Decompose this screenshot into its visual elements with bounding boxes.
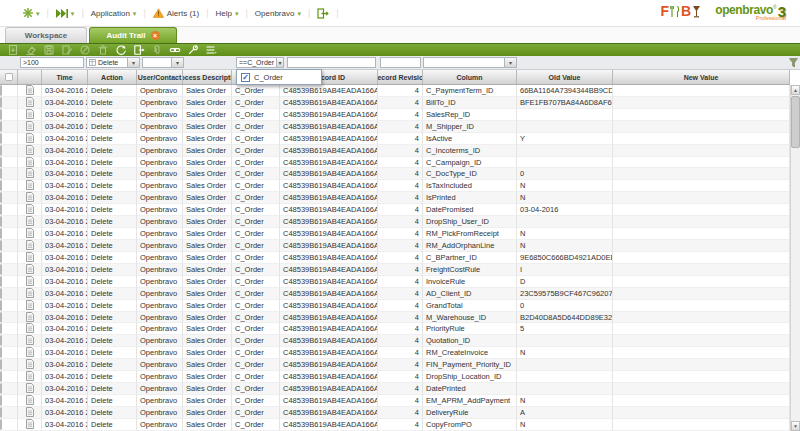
row-checkbox[interactable]: [0, 192, 2, 203]
column-header-action[interactable]: Action: [88, 70, 137, 84]
table-row[interactable]: 03-04-2016 23...DeleteOpenbravoSales Ord…: [0, 407, 790, 419]
row-checkbox[interactable]: [0, 312, 2, 323]
user-filter-select[interactable]: ▾: [142, 57, 184, 68]
table-filter-dropdown[interactable]: ✓ C_Order: [236, 69, 322, 85]
row-checkbox[interactable]: [0, 383, 2, 394]
table-row[interactable]: 03-04-2016 23...DeleteOpenbravoSales Ord…: [0, 192, 790, 204]
row-checkbox[interactable]: [0, 347, 2, 358]
table-row[interactable]: 03-04-2016 23...DeleteOpenbravoSales Ord…: [0, 419, 790, 431]
row-checkbox[interactable]: [0, 264, 2, 275]
column-header-process[interactable]: Process Description: [183, 70, 232, 84]
menu-user-openbravo[interactable]: Openbravo ▾: [248, 9, 308, 18]
menu-help[interactable]: Help ▾: [209, 9, 246, 18]
row-checkbox[interactable]: [0, 109, 2, 120]
row-checkbox[interactable]: [0, 97, 2, 108]
scroll-thumb[interactable]: [791, 96, 800, 148]
scroll-down-button[interactable]: ▼: [791, 421, 800, 431]
row-checkbox[interactable]: [0, 145, 2, 156]
table-row[interactable]: 03-04-2016 23...DeleteOpenbravoSales Ord…: [0, 276, 790, 288]
logout-button[interactable]: [310, 8, 336, 19]
table-row[interactable]: 03-04-2016 23...DeleteOpenbravoSales Ord…: [0, 85, 790, 97]
row-checkbox[interactable]: [0, 252, 2, 263]
link-icon[interactable]: [169, 45, 181, 56]
column-header-column[interactable]: Column: [423, 70, 517, 84]
table-row[interactable]: 03-04-2016 23...DeleteOpenbravoSales Ord…: [0, 133, 790, 145]
table-row[interactable]: 03-04-2016 23...DeleteOpenbravoSales Ord…: [0, 395, 790, 407]
table-row[interactable]: 03-04-2016 23...DeleteOpenbravoSales Ord…: [0, 359, 790, 371]
tab-workspace[interactable]: Workspace: [5, 27, 87, 43]
table-row[interactable]: 03-04-2016 23...DeleteOpenbravoSales Ord…: [0, 383, 790, 395]
row-checkbox[interactable]: [0, 240, 2, 251]
row-checkbox[interactable]: [0, 419, 2, 430]
row-checkbox[interactable]: [0, 407, 2, 418]
table-row[interactable]: 03-04-2016 23...DeleteOpenbravoSales Ord…: [0, 157, 790, 169]
table-row[interactable]: 03-04-2016 23...DeleteOpenbravoSales Ord…: [0, 145, 790, 157]
time-filter-input[interactable]: >100: [20, 57, 84, 68]
row-checkbox[interactable]: [0, 228, 2, 239]
quick-launch-menu[interactable]: ▾: [49, 9, 82, 18]
refresh-icon[interactable]: [115, 45, 127, 56]
menu-alerts[interactable]: Alerts (1): [146, 8, 206, 18]
export-icon[interactable]: [133, 45, 145, 56]
row-checkbox[interactable]: [0, 204, 2, 215]
row-checkbox[interactable]: [0, 288, 2, 299]
row-checkbox[interactable]: [0, 216, 2, 227]
table-row[interactable]: 03-04-2016 23...DeleteOpenbravoSales Ord…: [0, 312, 790, 324]
chevron-down-icon[interactable]: ▾: [276, 58, 283, 67]
row-checkbox[interactable]: [0, 133, 2, 144]
column-header-time[interactable]: Time: [42, 70, 88, 84]
table-row[interactable]: 03-04-2016 23...DeleteOpenbravoSales Ord…: [0, 371, 790, 383]
row-checkbox[interactable]: [0, 359, 2, 370]
column-header-user[interactable]: User/Contact: [137, 70, 183, 84]
row-checkbox[interactable]: [0, 371, 2, 382]
select-all-checkbox[interactable]: [5, 73, 13, 81]
chevron-down-icon[interactable]: ▾: [504, 58, 516, 67]
table-row[interactable]: 03-04-2016 23...DeleteOpenbravoSales Ord…: [0, 168, 790, 180]
chevron-down-icon[interactable]: ▾: [127, 58, 139, 67]
row-checkbox[interactable]: [0, 121, 2, 132]
column-header-old[interactable]: Old Value: [517, 70, 613, 84]
table-row[interactable]: 03-04-2016 23...DeleteOpenbravoSales Ord…: [0, 335, 790, 347]
vertical-scrollbar[interactable]: ▲ ▼: [790, 85, 800, 431]
row-checkbox[interactable]: [0, 335, 2, 346]
table-row[interactable]: 03-04-2016 23...DeleteOpenbravoSales Ord…: [0, 228, 790, 240]
table-row[interactable]: 03-04-2016 23...DeleteOpenbravoSales Ord…: [0, 204, 790, 216]
view-menu-icon[interactable]: [205, 45, 217, 56]
table-row[interactable]: 03-04-2016 23...DeleteOpenbravoSales Ord…: [0, 264, 790, 276]
row-checkbox[interactable]: [0, 323, 2, 334]
record-id-filter-input[interactable]: [287, 57, 376, 68]
row-checkbox[interactable]: [0, 85, 2, 96]
revision-filter-input[interactable]: [380, 57, 421, 68]
column-header-new[interactable]: New Value: [613, 70, 790, 84]
action-filter-select[interactable]: Delete ▾: [86, 57, 140, 68]
table-row[interactable]: 03-04-2016 23...DeleteOpenbravoSales Ord…: [0, 97, 790, 109]
row-checkbox[interactable]: [0, 395, 2, 406]
scroll-up-button[interactable]: ▲: [791, 85, 800, 95]
menu-application[interactable]: Application ▾: [84, 9, 144, 18]
table-row[interactable]: 03-04-2016 23...DeleteOpenbravoSales Ord…: [0, 216, 790, 228]
table-row[interactable]: 03-04-2016 23...DeleteOpenbravoSales Ord…: [0, 288, 790, 300]
table-row[interactable]: 03-04-2016 23...DeleteOpenbravoSales Ord…: [0, 240, 790, 252]
row-checkbox[interactable]: [0, 157, 2, 168]
checkbox-checked-icon[interactable]: ✓: [241, 73, 250, 82]
funnel-filter-icon[interactable]: [789, 58, 798, 68]
table-row[interactable]: 03-04-2016 23...DeleteOpenbravoSales Ord…: [0, 252, 790, 264]
table-row[interactable]: 03-04-2016 23...DeleteOpenbravoSales Ord…: [0, 109, 790, 121]
table-row[interactable]: 03-04-2016 23...DeleteOpenbravoSales Ord…: [0, 180, 790, 192]
chevron-down-icon[interactable]: ▾: [171, 58, 183, 67]
table-filter-select[interactable]: ==C_Order ▾: [236, 57, 284, 68]
table-row[interactable]: 03-04-2016 23...DeleteOpenbravoSales Ord…: [0, 347, 790, 359]
tools-icon[interactable]: [187, 45, 199, 56]
row-checkbox[interactable]: [0, 180, 2, 191]
row-checkbox[interactable]: [0, 300, 2, 311]
row-checkbox[interactable]: [0, 276, 2, 287]
column-header-revision[interactable]: Record Revision: [378, 70, 423, 84]
table-row[interactable]: 03-04-2016 23...DeleteOpenbravoSales Ord…: [0, 323, 790, 335]
close-icon[interactable]: ×: [151, 31, 160, 40]
tab-audit-trail[interactable]: Audit Trail ×: [89, 27, 177, 43]
column-filter-select[interactable]: ▾: [423, 57, 517, 68]
table-row[interactable]: 03-04-2016 23...DeleteOpenbravoSales Ord…: [0, 121, 790, 133]
favorites-menu[interactable]: ▾: [16, 8, 47, 18]
row-checkbox[interactable]: [0, 168, 2, 179]
table-row[interactable]: 03-04-2016 23...DeleteOpenbravoSales Ord…: [0, 300, 790, 312]
